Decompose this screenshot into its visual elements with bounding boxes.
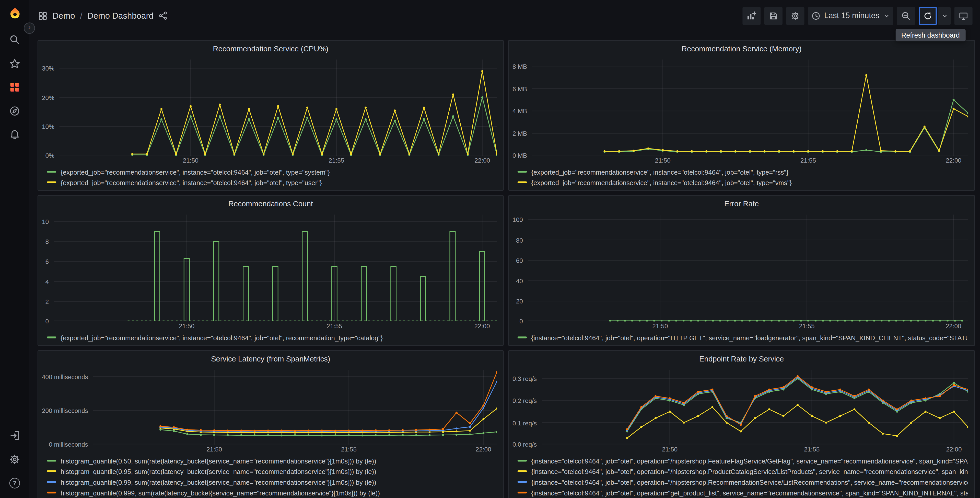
x-axis: 21:5021:5522:00	[532, 156, 968, 166]
x-axis-label: 21:50	[207, 446, 222, 453]
legend-label: {instance="otelcol:9464", job="otel", op…	[531, 489, 968, 496]
breadcrumb: Demo / Demo Dashboard	[38, 11, 167, 21]
legend-color-marker	[47, 470, 56, 472]
panel-header[interactable]: Service Latency (from SpanMetrics)	[38, 351, 503, 367]
add-panel-button[interactable]	[742, 6, 760, 25]
legend-color-marker	[518, 337, 527, 338]
sidebar-expand-button[interactable]: ›	[24, 22, 35, 34]
chart-plot-area[interactable]	[93, 370, 497, 445]
legend-item[interactable]: {exported_job="recommendationservice", i…	[47, 166, 496, 177]
legend-label: {exported_job="recommendationservice", i…	[531, 179, 792, 186]
share-icon[interactable]	[158, 11, 167, 20]
sidebar-bottom: ?	[0, 423, 29, 498]
legend-item[interactable]: {exported_job="recommendationservice", i…	[47, 177, 496, 188]
x-axis-label: 21:55	[329, 157, 344, 164]
y-axis-label: 2	[46, 298, 49, 305]
y-axis-label: 6	[46, 259, 49, 265]
breadcrumb-group[interactable]: Demo	[52, 11, 75, 21]
panel-body: 10%0%10%20%30% 21:5021:5522:00 {exported…	[38, 57, 503, 190]
legend-item[interactable]: histogram_quantile(0.95, sum(rate(latenc…	[47, 466, 496, 477]
refresh-dashboard-button[interactable]	[919, 6, 937, 25]
time-range-label: Last 15 minutes	[824, 11, 879, 20]
y-axis-label: 200 milliseconds	[42, 407, 88, 414]
chart-plot-area[interactable]	[542, 370, 968, 445]
y-axis-label: 10%	[42, 123, 54, 130]
legend-item[interactable]: {instance="otelcol:9464", job="otel", op…	[518, 487, 968, 498]
panel-body: 0.0 req/s0.0 req/s0.1 req/s0.2 req/s0.3 …	[509, 367, 974, 498]
legend-label: {exported_job="recommendationservice", i…	[531, 168, 788, 176]
legend-item[interactable]: histogram_quantile(0.999, sum(rate(laten…	[47, 487, 496, 498]
sidebar-item-configuration[interactable]	[0, 447, 29, 471]
legend-label: {exported_job="recommendationservice", i…	[60, 334, 383, 341]
legend-item[interactable]: {instance="otelcol:9464", job="otel", op…	[518, 477, 968, 487]
panel-header[interactable]: Endpoint Rate by Service	[509, 351, 974, 367]
sidebar-item-starred[interactable]	[0, 51, 29, 75]
chart-plot-area[interactable]	[528, 214, 968, 321]
grafana-logo-icon[interactable]	[0, 0, 29, 28]
panel-header[interactable]: Recommendation Service (CPU%)	[38, 41, 503, 57]
legend: {exported_job="recommendationservice", i…	[512, 166, 968, 188]
legend-color-marker	[518, 171, 527, 172]
legend-item[interactable]: histogram_quantile(0.99, sum(rate(latenc…	[47, 477, 496, 487]
time-range-picker[interactable]: Last 15 minutes	[808, 6, 893, 25]
breadcrumb-separator: /	[80, 11, 82, 21]
y-axis: 0.0 req/s0.0 req/s0.1 req/s0.2 req/s0.3 …	[512, 370, 542, 445]
refresh-button-group	[919, 6, 951, 25]
x-axis-label: 22:00	[946, 446, 962, 453]
y-axis-label: 4 MB	[512, 108, 527, 115]
x-axis-label: 21:55	[341, 446, 356, 453]
legend-label: {exported_job="recommendationservice", i…	[60, 179, 322, 186]
y-axis-label: 0.1 req/s	[512, 420, 537, 426]
panel-header[interactable]: Error Rate	[509, 196, 974, 212]
legend-item[interactable]: {instance="otelcol:9464", job="otel", op…	[518, 466, 968, 477]
panel-title: Recommendation Service (Memory)	[682, 45, 802, 53]
panel-header[interactable]: Recommendations Count	[38, 196, 503, 212]
chart-plot-area[interactable]	[59, 59, 496, 156]
dashboard-panel: Error Rate 100020406080100 21:5021:5522:…	[508, 195, 975, 346]
apps-grid-icon	[38, 11, 48, 21]
sidebar-item-dashboards[interactable]	[0, 75, 29, 99]
legend-label: histogram_quantile(0.50, sum(rate(latenc…	[60, 457, 376, 464]
x-axis-label: 21:50	[655, 157, 671, 164]
legend-item[interactable]: {exported_job="recommendationservice", i…	[518, 177, 968, 188]
y-axis-label: 0.3 req/s	[512, 375, 537, 382]
y-axis-label: 20	[516, 298, 523, 305]
legend-item[interactable]: histogram_quantile(0.50, sum(rate(latenc…	[47, 455, 496, 466]
zoom-out-button[interactable]	[897, 6, 915, 25]
y-axis-label: 8	[46, 238, 49, 245]
legend-label: {instance="otelcol:9464", job="otel", op…	[531, 478, 968, 485]
refresh-interval-dropdown[interactable]	[938, 6, 951, 25]
plot-row: 100246810	[42, 214, 497, 321]
legend-item[interactable]: {exported_job="recommendationservice", i…	[47, 332, 496, 343]
legend-color-marker	[47, 337, 56, 338]
cycle-view-mode-button[interactable]	[955, 6, 973, 25]
plot-row: 0 MB0 MB2 MB4 MB6 MB8 MB	[512, 59, 968, 156]
sidebar-item-alerting[interactable]	[0, 123, 29, 147]
chart-plot-area[interactable]	[532, 59, 968, 156]
x-axis-label: 22:00	[476, 446, 491, 453]
breadcrumb-dashboard-name[interactable]: Demo Dashboard	[88, 11, 154, 21]
legend-color-marker	[47, 460, 56, 461]
x-axis-label: 21:55	[799, 322, 815, 330]
sidebar-item-help[interactable]: ?	[0, 471, 29, 495]
panel-header[interactable]: Recommendation Service (Memory)	[509, 41, 974, 57]
y-axis-label: 0 MB	[512, 152, 527, 159]
y-axis-label: 0	[519, 318, 523, 325]
sidebar-item-sign-in[interactable]	[0, 423, 29, 447]
sidebar-item-explore[interactable]	[0, 99, 29, 123]
x-axis: 21:5021:5522:00	[59, 156, 497, 166]
legend-color-marker	[518, 481, 527, 483]
chart-plot-area[interactable]	[54, 214, 497, 321]
panel-body: 200 milliseconds0 milliseconds200 millis…	[38, 367, 503, 498]
y-axis-label: 20%	[42, 94, 54, 101]
legend-item[interactable]: {exported_job="recommendationservice", i…	[518, 166, 968, 177]
legend-item[interactable]: {instance="otelcol:9464", job="otel", op…	[518, 332, 968, 343]
refresh-icon	[923, 11, 932, 21]
monitor-icon	[959, 11, 968, 21]
dashboard-settings-button[interactable]	[786, 6, 804, 25]
legend-label: {instance="otelcol:9464", job="otel", op…	[531, 457, 968, 464]
legend-item[interactable]: {instance="otelcol:9464", job="otel", op…	[518, 455, 968, 466]
legend-color-marker	[518, 470, 527, 472]
save-dashboard-button[interactable]	[764, 6, 782, 25]
panel-body: 0 MB0 MB2 MB4 MB6 MB8 MB 21:5021:5522:00…	[509, 57, 974, 190]
